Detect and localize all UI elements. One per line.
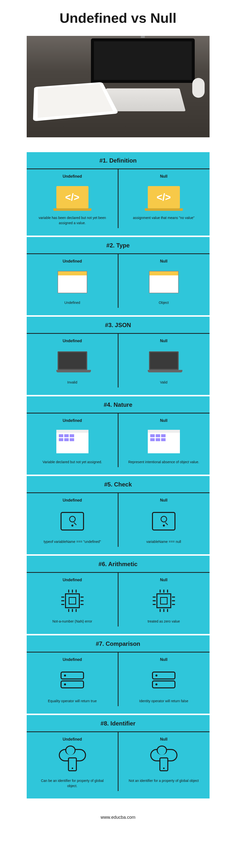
section-title: #4. Nature xyxy=(27,396,209,413)
columns-wrap: Undefined Equality operator will return … xyxy=(27,652,209,706)
column-header-right: Null xyxy=(126,174,202,179)
icon-wrap-right xyxy=(126,428,202,455)
column-null: Null treated as zero value xyxy=(118,573,209,626)
column-header-right: Null xyxy=(126,578,202,582)
comparison-block-7: #7. Comparison Undefined Equality operat… xyxy=(27,636,209,714)
column-undefined: Undefined Variable declared but not yet … xyxy=(27,413,118,467)
cloud-phone-icon xyxy=(59,749,86,771)
columns-wrap: Undefined Undefined Null Object xyxy=(27,254,209,308)
column-null: Null Represent intentional absence of ob… xyxy=(118,413,209,467)
column-null: Null variableName === null xyxy=(118,493,209,547)
icon-wrap-left xyxy=(34,507,111,535)
column-null: Null </> assignment value that means "no… xyxy=(118,169,209,228)
cpu-icon xyxy=(153,590,175,612)
column-desc-right: Not an identifier for a property of glob… xyxy=(126,778,202,783)
comparison-block-1: #1. Definition Undefined </> variable ha… xyxy=(27,152,209,236)
footer-url: www.educba.com xyxy=(101,815,135,820)
column-null: Null Identity operator will return false xyxy=(118,652,209,706)
column-undefined: Undefined Invalid xyxy=(27,334,118,388)
cloud-phone-icon xyxy=(150,749,177,771)
column-desc-right: variableName === null xyxy=(126,539,202,545)
column-desc-right: Valid xyxy=(126,380,202,385)
section-title: #7. Comparison xyxy=(27,636,209,652)
laptop-code-icon: </> xyxy=(56,186,89,208)
column-undefined: Undefined Undefined xyxy=(27,254,118,308)
comparison-block-4: #4. Nature Undefined Variable declared b… xyxy=(27,396,209,474)
section-title: #3. JSON xyxy=(27,317,209,334)
comparison-block-5: #5. Check Undefined typeof variableName … xyxy=(27,476,209,554)
tablet-illustration xyxy=(33,82,119,121)
browser-grid-icon xyxy=(56,430,89,453)
column-header-left: Undefined xyxy=(34,498,111,502)
icon-wrap-right xyxy=(126,348,202,375)
cpu-icon xyxy=(61,590,83,612)
comparison-block-6: #6. Arithmetic Undefined Not-a-number (N… xyxy=(27,556,209,634)
column-header-left: Undefined xyxy=(34,174,111,179)
server-stack-icon xyxy=(61,672,84,689)
browser-grid-icon xyxy=(148,430,180,453)
columns-wrap: Undefined Not-a-number (NaN) error Null … xyxy=(27,573,209,626)
scanner-icon xyxy=(152,512,175,530)
column-desc-left: Equality operator will return true xyxy=(34,699,111,704)
columns-wrap: Undefined typeof variableName === "undef… xyxy=(27,493,209,547)
column-desc-right: treated as zero value xyxy=(126,619,202,624)
column-desc-left: Not-a-number (NaN) error xyxy=(34,619,111,624)
column-undefined: Undefined </> variable has been declared… xyxy=(27,169,118,228)
section-title: #5. Check xyxy=(27,476,209,493)
column-header-left: Undefined xyxy=(34,737,111,742)
column-header-left: Undefined xyxy=(34,418,111,423)
column-desc-right: Identity operator will return false xyxy=(126,699,202,704)
icon-wrap-left: </> xyxy=(34,184,111,211)
column-header-right: Null xyxy=(126,657,202,662)
column-header-right: Null xyxy=(126,498,202,502)
icon-wrap-right xyxy=(126,269,202,296)
column-header-right: Null xyxy=(126,418,202,423)
column-null: Null Valid xyxy=(118,334,209,388)
section-title: #1. Definition xyxy=(27,152,209,169)
icon-wrap-right xyxy=(126,507,202,535)
column-header-right: Null xyxy=(126,737,202,742)
icon-wrap-left xyxy=(34,269,111,296)
laptop-dark-icon xyxy=(56,351,89,372)
column-desc-left: Variable declared but not yet assigned. xyxy=(34,460,111,465)
icon-wrap-left xyxy=(34,746,111,774)
columns-wrap: Undefined Invalid Null Valid xyxy=(27,334,209,388)
sections-container: #1. Definition Undefined </> variable ha… xyxy=(27,152,209,800)
laptop-dark-icon xyxy=(148,351,180,372)
column-header-right: Null xyxy=(126,339,202,343)
column-null: Null Not an identifier for a property of… xyxy=(118,732,209,791)
column-desc-right: Object xyxy=(126,300,202,305)
icon-wrap-right xyxy=(126,587,202,614)
icon-wrap-left xyxy=(34,348,111,375)
section-title: #6. Arithmetic xyxy=(27,556,209,573)
column-desc-left: Undefined xyxy=(34,300,111,305)
column-desc-left: Can be an identifier for property of glo… xyxy=(34,778,111,788)
icon-wrap-right xyxy=(126,746,202,774)
comparison-block-2: #2. Type Undefined Undefined Null Object xyxy=(27,237,209,315)
server-stack-icon xyxy=(152,672,175,689)
browser-window-icon xyxy=(149,271,179,293)
column-undefined: Undefined Can be an identifier for prope… xyxy=(27,732,118,791)
column-header-right: Null xyxy=(126,259,202,264)
column-header-left: Undefined xyxy=(34,657,111,662)
comparison-block-3: #3. JSON Undefined Invalid Null Valid xyxy=(27,317,209,395)
hero-image xyxy=(27,36,209,137)
column-desc-left: variable has been declared but not yet b… xyxy=(34,215,111,226)
column-header-left: Undefined xyxy=(34,259,111,264)
icon-wrap-right xyxy=(126,667,202,694)
icon-wrap-left xyxy=(34,667,111,694)
column-null: Null Object xyxy=(118,254,209,308)
column-undefined: Undefined typeof variableName === "undef… xyxy=(27,493,118,547)
column-undefined: Undefined Equality operator will return … xyxy=(27,652,118,706)
column-desc-right: assignment value that means "no value" xyxy=(126,215,202,220)
code-glyph: </> xyxy=(65,192,79,203)
columns-wrap: Undefined Variable declared but not yet … xyxy=(27,413,209,467)
column-undefined: Undefined Not-a-number (NaN) error xyxy=(27,573,118,626)
icon-wrap-left xyxy=(34,428,111,455)
scanner-icon xyxy=(61,512,84,530)
icon-wrap-right: </> xyxy=(126,184,202,211)
columns-wrap: Undefined </> variable has been declared… xyxy=(27,169,209,228)
monitor-illustration xyxy=(91,38,195,83)
comparison-block-8: #8. Identifier Undefined Can be an ident… xyxy=(27,715,209,799)
section-title: #8. Identifier xyxy=(27,715,209,732)
